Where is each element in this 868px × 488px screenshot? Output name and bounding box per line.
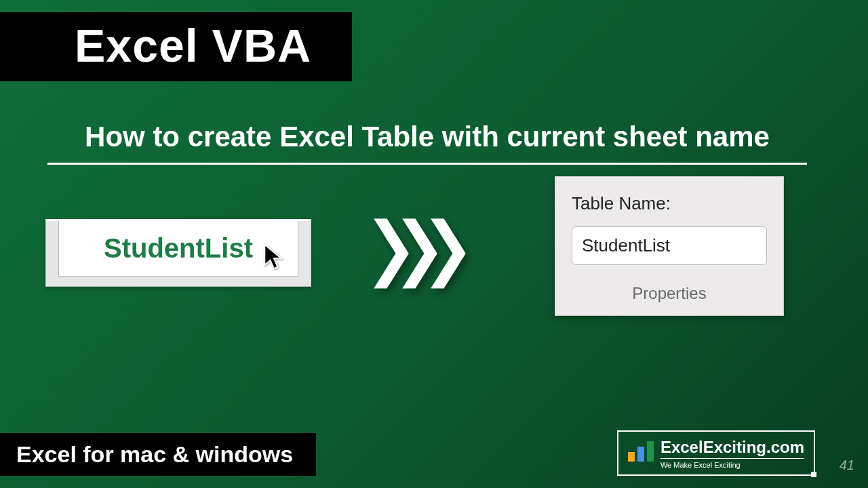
sheet-tab[interactable]: StudentList <box>58 221 298 277</box>
resize-handle-icon <box>811 472 816 477</box>
subtitle-divider <box>47 163 807 165</box>
table-name-label: Table Name: <box>572 193 767 214</box>
properties-panel: Table Name: Properties <box>555 176 784 316</box>
subtitle-block: How to create Excel Table with current s… <box>47 121 807 165</box>
panel-section-label: Properties <box>572 284 767 303</box>
brand-name: ExcelExciting.com <box>660 439 804 456</box>
title-badge: Excel VBA <box>0 12 352 81</box>
brand-tagline: We Make Excel Exciting <box>660 458 804 469</box>
sheet-tab-label: StudentList <box>104 233 253 264</box>
cursor-icon <box>262 243 285 275</box>
platform-text: Excel for mac & windows <box>16 441 293 467</box>
sheet-tab-mock: StudentList <box>45 219 311 287</box>
title-text: Excel VBA <box>75 20 311 71</box>
table-name-input[interactable] <box>572 226 767 265</box>
subtitle-text: How to create Excel Table with current s… <box>47 121 807 163</box>
platform-badge: Excel for mac & windows <box>0 433 316 476</box>
arrow-forward-icon <box>368 214 472 293</box>
page-number: 41 <box>840 458 854 473</box>
brand-logo: ExcelExciting.com We Make Excel Exciting <box>617 430 815 476</box>
bar-chart-icon <box>628 441 654 462</box>
